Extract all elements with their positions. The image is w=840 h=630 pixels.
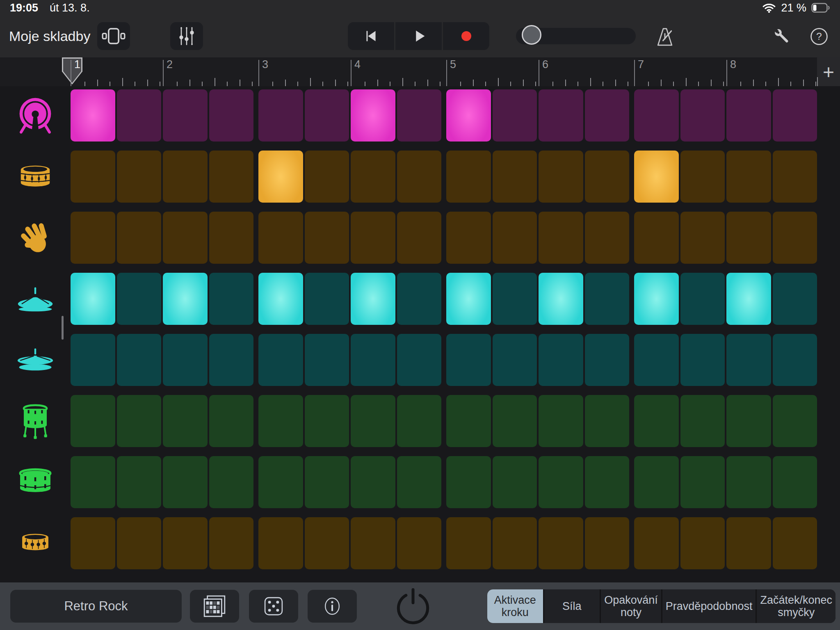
step-cell[interactable] [258, 395, 303, 447]
step-cell[interactable] [258, 89, 303, 142]
ruler-bar[interactable]: 2 [163, 57, 253, 86]
step-cell[interactable] [446, 334, 491, 386]
step-cell[interactable] [680, 273, 725, 325]
pattern-library-button[interactable] [190, 590, 239, 623]
step-cell[interactable] [305, 517, 349, 569]
tom-drum-icon[interactable] [0, 456, 71, 508]
step-cell[interactable] [680, 395, 725, 447]
step-cell[interactable] [209, 456, 254, 508]
step-cell[interactable] [351, 89, 395, 142]
hi-hat-icon[interactable] [0, 273, 71, 325]
step-cell[interactable] [585, 517, 630, 569]
step-cell[interactable] [634, 456, 679, 508]
record-button[interactable] [443, 22, 489, 50]
volume-slider-knob[interactable] [522, 25, 541, 45]
step-cell[interactable] [305, 395, 349, 447]
step-cell[interactable] [585, 273, 630, 325]
step-cell[interactable] [680, 89, 725, 142]
step-cell[interactable] [493, 89, 537, 142]
step-cell[interactable] [117, 89, 162, 142]
add-bars-button[interactable]: + [817, 57, 840, 86]
my-songs-button[interactable]: Moje skladby [9, 28, 90, 44]
step-cell[interactable] [71, 456, 115, 508]
step-cell[interactable] [446, 212, 491, 264]
step-cell[interactable] [773, 151, 817, 203]
track-controls-button[interactable] [170, 22, 203, 50]
step-cell[interactable] [258, 273, 303, 325]
ruler-bar[interactable]: 6 [539, 57, 629, 86]
tambourine-icon[interactable] [0, 517, 71, 569]
step-cell[interactable] [209, 273, 254, 325]
step-cell[interactable] [493, 517, 537, 569]
ruler-bar[interactable]: 4 [351, 57, 441, 86]
floor-tom-icon[interactable] [0, 395, 71, 447]
step-cell[interactable] [117, 395, 162, 447]
step-cell[interactable] [351, 456, 395, 508]
mode-step-on-off[interactable]: Aktivace kroku [487, 589, 543, 623]
ruler[interactable]: 12345678 [71, 57, 817, 86]
step-cell[interactable] [539, 212, 583, 264]
kick-drum-icon[interactable] [0, 89, 71, 142]
step-cell[interactable] [634, 151, 679, 203]
step-cell[interactable] [117, 212, 162, 264]
step-cell[interactable] [71, 151, 115, 203]
step-cell[interactable] [305, 334, 349, 386]
step-cell[interactable] [209, 89, 254, 142]
step-cell[interactable] [446, 89, 491, 142]
step-cell[interactable] [209, 517, 254, 569]
step-cell[interactable] [773, 212, 817, 264]
power-button[interactable] [394, 587, 432, 626]
step-cell[interactable] [163, 273, 208, 325]
step-cell[interactable] [446, 395, 491, 447]
step-cell[interactable] [773, 395, 817, 447]
step-cell[interactable] [71, 212, 115, 264]
step-cell[interactable] [397, 212, 442, 264]
go-to-beginning-button[interactable] [348, 22, 394, 50]
step-cell[interactable] [258, 456, 303, 508]
step-cell[interactable] [258, 517, 303, 569]
step-cell[interactable] [539, 456, 583, 508]
step-cell[interactable] [71, 273, 115, 325]
step-cell[interactable] [585, 212, 630, 264]
step-cell[interactable] [305, 89, 349, 142]
step-cell[interactable] [258, 334, 303, 386]
step-cell[interactable] [163, 212, 208, 264]
step-cell[interactable] [726, 456, 771, 508]
step-cell[interactable] [585, 456, 630, 508]
step-cell[interactable] [539, 273, 583, 325]
step-cell[interactable] [773, 89, 817, 142]
step-cell[interactable] [634, 273, 679, 325]
step-cell[interactable] [258, 212, 303, 264]
help-button[interactable]: ? [808, 25, 830, 48]
step-cell[interactable] [634, 89, 679, 142]
step-cell[interactable] [446, 273, 491, 325]
step-cell[interactable] [397, 151, 442, 203]
step-cell[interactable] [634, 334, 679, 386]
pattern-button[interactable]: Retro Rock [10, 590, 182, 623]
step-cell[interactable] [397, 456, 442, 508]
cymbal-icon[interactable] [0, 334, 71, 386]
ruler-bar[interactable]: 7 [634, 57, 725, 86]
step-cell[interactable] [351, 517, 395, 569]
step-cell[interactable] [446, 151, 491, 203]
mode-chance[interactable]: Pravděpodobnost [662, 589, 756, 623]
step-cell[interactable] [305, 273, 349, 325]
step-cell[interactable] [305, 212, 349, 264]
metronome-button[interactable] [653, 25, 677, 49]
instrument-browser-button[interactable] [97, 22, 130, 50]
step-cell[interactable] [163, 334, 208, 386]
step-cell[interactable] [351, 151, 395, 203]
mode-note-repeat[interactable]: Opakování noty [601, 589, 661, 623]
step-cell[interactable] [773, 456, 817, 508]
step-cell[interactable] [773, 517, 817, 569]
step-cell[interactable] [726, 334, 771, 386]
step-cell[interactable] [680, 212, 725, 264]
randomize-button[interactable] [249, 590, 298, 623]
ruler-bar[interactable]: 8 [726, 57, 817, 86]
master-volume-slider[interactable] [516, 28, 636, 44]
ruler-bar[interactable]: 5 [446, 57, 537, 86]
step-cell[interactable] [680, 151, 725, 203]
step-cell[interactable] [680, 334, 725, 386]
step-cell[interactable] [117, 517, 162, 569]
step-cell[interactable] [209, 212, 254, 264]
